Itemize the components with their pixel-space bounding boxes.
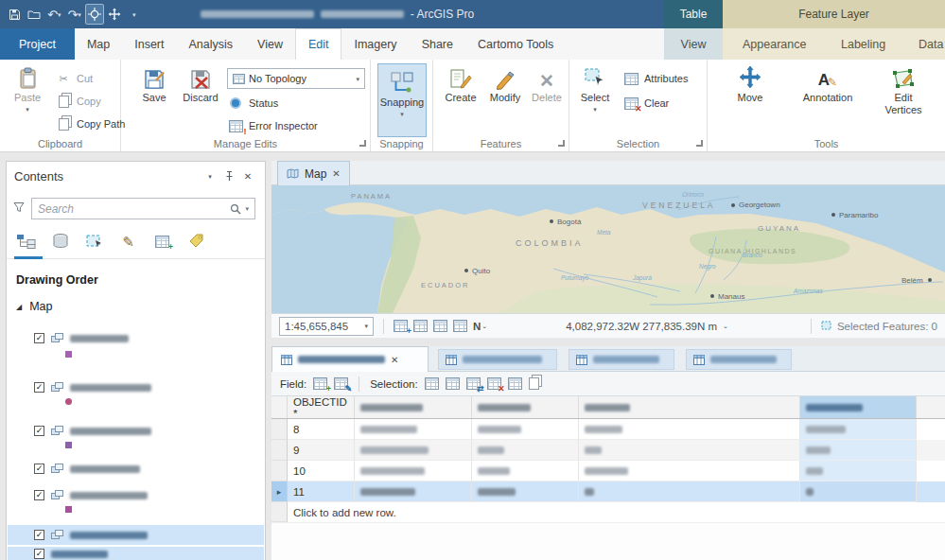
table-tab-active[interactable]: ✕: [271, 346, 429, 372]
customize-toolbar-button[interactable]: ▾: [125, 4, 144, 25]
tab-map[interactable]: Map: [75, 28, 122, 60]
layer-item[interactable]: ✓: [8, 421, 264, 441]
modify-button[interactable]: Modify: [485, 63, 525, 104]
layer-checkbox[interactable]: ✓: [34, 382, 44, 393]
table-tab-close-icon[interactable]: ✕: [391, 355, 398, 365]
coordinate-readout[interactable]: 4,082,972.32W 277,835.39N m ⌄: [493, 321, 801, 332]
search-options-caret-icon[interactable]: ▾: [245, 205, 249, 212]
layer-checkbox[interactable]: ✓: [34, 333, 44, 343]
row-selector[interactable]: [271, 419, 288, 440]
tab-labeling[interactable]: Labeling: [829, 28, 898, 60]
table-row[interactable]: 9: [271, 440, 945, 461]
copy-path-button[interactable]: Copy Path: [55, 114, 125, 133]
move-tool-button[interactable]: [105, 4, 124, 25]
tab-insert[interactable]: Insert: [122, 28, 176, 60]
header-column[interactable]: [355, 396, 472, 418]
list-by-snapping-button[interactable]: +: [150, 230, 174, 253]
discard-edits-button[interactable]: Discard: [178, 63, 223, 104]
list-by-labeling-button[interactable]: [184, 230, 208, 253]
snapping-toggle-button[interactable]: Snapping ▾: [377, 63, 427, 137]
explore-tool-button[interactable]: [85, 4, 104, 25]
map-view[interactable]: PANAMA VENEZUELA Georgetown Paramaribo G…: [271, 185, 945, 313]
filter-icon[interactable]: [13, 201, 25, 216]
layer-checkbox[interactable]: ✓: [34, 426, 44, 436]
tab-project[interactable]: Project: [0, 28, 75, 60]
close-pane-button[interactable]: ✕: [238, 166, 257, 185]
layer-checkbox[interactable]: ✓: [34, 549, 44, 559]
save-project-button[interactable]: [5, 4, 24, 25]
cell-objectid[interactable]: 8: [288, 419, 355, 440]
layer-item[interactable]: ✓: [8, 485, 264, 505]
list-by-selection-button[interactable]: [82, 230, 106, 253]
table-row-selected[interactable]: ▸ 11: [271, 481, 945, 502]
row-selector[interactable]: [271, 440, 288, 461]
layer-item[interactable]: ✓: [8, 328, 264, 348]
list-by-editing-button[interactable]: ✎: [116, 230, 140, 253]
list-by-data-source-button[interactable]: [48, 230, 72, 253]
header-column[interactable]: [579, 396, 800, 418]
cell[interactable]: [800, 461, 917, 481]
cell-objectid[interactable]: 11: [288, 481, 355, 502]
error-inspector-button[interactable]: ! Error Inspector: [227, 116, 318, 135]
select-by-attributes-button[interactable]: [425, 377, 439, 390]
table-tab[interactable]: [686, 349, 792, 370]
cell[interactable]: [579, 481, 800, 502]
clear-button[interactable]: ✕ Clear: [622, 94, 669, 113]
topology-combobox[interactable]: No Topology ▾: [227, 68, 365, 89]
north-arrow-button[interactable]: N ⌄: [473, 321, 487, 332]
tab-share[interactable]: Share: [410, 28, 465, 60]
cell[interactable]: [355, 419, 472, 440]
move-button[interactable]: Move: [725, 63, 776, 104]
layer-item-selected[interactable]: ✓: [8, 525, 264, 545]
cell[interactable]: [472, 440, 579, 461]
cell[interactable]: [800, 481, 917, 502]
manage-edits-launcher-icon[interactable]: [359, 140, 366, 147]
add-field-button[interactable]: +: [313, 377, 327, 390]
cell[interactable]: [355, 440, 472, 461]
cut-button[interactable]: ✂ Cut: [55, 69, 93, 88]
tab-imagery[interactable]: Imagery: [341, 28, 409, 60]
pin-button[interactable]: [219, 166, 238, 185]
table-row[interactable]: 10: [271, 461, 945, 481]
edit-vertices-button[interactable]: Edit Vertices: [878, 63, 929, 115]
cell[interactable]: [800, 440, 917, 461]
cell[interactable]: [472, 481, 579, 502]
snapping-toggle-icon[interactable]: +: [394, 320, 408, 332]
tab-edit[interactable]: Edit: [295, 28, 342, 60]
row-selector[interactable]: [271, 461, 288, 481]
status-button[interactable]: Status: [227, 94, 278, 113]
layer-item[interactable]: ✓: [8, 377, 264, 397]
features-launcher-icon[interactable]: [558, 140, 565, 147]
cell-objectid[interactable]: 9: [288, 440, 355, 461]
search-input[interactable]: [38, 202, 226, 216]
layer-checkbox[interactable]: ✓: [34, 490, 44, 500]
table-tab[interactable]: [569, 349, 674, 370]
cell[interactable]: [355, 461, 472, 481]
redo-button[interactable]: ↷▾: [64, 4, 83, 25]
tree-root-map[interactable]: ◢ Map: [16, 300, 52, 313]
paste-button[interactable]: Paste ▾: [6, 63, 49, 113]
header-row-selector[interactable]: [271, 396, 288, 418]
cell[interactable]: [800, 419, 917, 440]
map-tab-close-icon[interactable]: ✕: [332, 168, 340, 179]
contents-menu-button[interactable]: ▾: [201, 166, 219, 185]
switch-selection-button[interactable]: ⇄: [466, 377, 481, 390]
cell[interactable]: [472, 419, 579, 440]
map-view-tab[interactable]: Map ✕: [277, 161, 350, 185]
page-layout-icon[interactable]: [453, 320, 467, 332]
zoom-to-selection-button[interactable]: [446, 377, 460, 390]
header-objectid[interactable]: OBJECTID *: [288, 396, 355, 418]
tab-data[interactable]: Data: [906, 28, 945, 60]
open-project-button[interactable]: [25, 4, 44, 25]
delete-selection-button[interactable]: [508, 377, 522, 390]
tab-view[interactable]: View: [245, 28, 295, 60]
cell[interactable]: [579, 440, 800, 461]
selection-launcher-icon[interactable]: [696, 140, 703, 147]
tab-analysis[interactable]: Analysis: [177, 28, 246, 60]
copy-rows-button[interactable]: [529, 377, 539, 390]
layer-item-selected[interactable]: ✓: [8, 547, 264, 560]
layer-checkbox[interactable]: ✓: [34, 464, 44, 474]
copy-button[interactable]: Copy: [55, 92, 101, 111]
layer-checkbox[interactable]: ✓: [34, 530, 44, 540]
table-row[interactable]: 8: [271, 419, 945, 440]
